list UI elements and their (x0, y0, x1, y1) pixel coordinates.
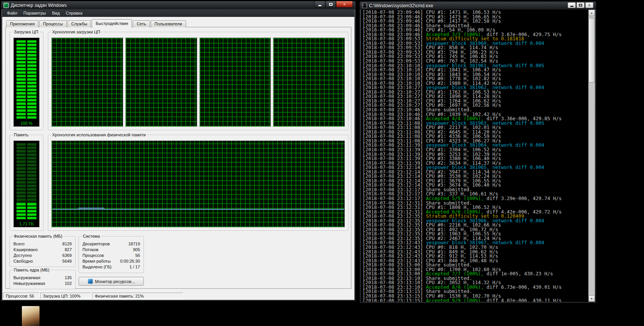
stat-row: Время работы0:00:26:30 (80, 258, 143, 264)
cpu-usage-group-label: Загрузка ЦП (13, 30, 40, 34)
tab-applications[interactable]: Приложения (6, 20, 38, 27)
resource-monitor-button[interactable]: Монитор ресурсов... (79, 277, 144, 286)
stat-label: Невыгружаемая (13, 281, 45, 286)
stat-value: 135 (65, 275, 72, 281)
close-icon: × (588, 3, 590, 7)
statusbar-cell: Физическая память: 21% (92, 293, 183, 299)
minimize-icon (318, 5, 321, 6)
memory-history-group-label: Хронология использования физической памя… (51, 132, 147, 137)
close-button[interactable]: × (336, 1, 353, 8)
statusbar-cell: Процессов: 56 (3, 293, 40, 299)
stat-value: 1 / 17 (129, 264, 140, 270)
close-icon: × (343, 2, 346, 7)
cpu-history-group-label: Хронология загрузки ЦП (51, 30, 101, 34)
stat-label: Потоков (82, 247, 99, 253)
cpu-meter-fill (16, 40, 36, 119)
tab-users[interactable]: Пользователи (151, 20, 186, 27)
memory-meter-fill (16, 203, 36, 219)
menu-item-help[interactable]: Справка (63, 10, 86, 16)
menu-item-file[interactable]: Файл (4, 10, 20, 16)
console-output[interactable]: [2018-07-08 23:09:46] CPU #1: 1471 H, 10… (361, 10, 588, 302)
stat-value: 905 (133, 247, 140, 253)
resource-monitor-icon (88, 279, 93, 284)
stat-value: 5649 (63, 258, 72, 264)
arrow-up-icon: ▲ (590, 12, 593, 14)
cpu-history-group: Хронология загрузки ЦП (48, 32, 348, 130)
minimize-icon (570, 6, 573, 7)
task-manager-window: Диспетчер задач Windows × ФайлПараметрыВ… (1, 1, 356, 301)
stat-label: Процессов (82, 253, 104, 258)
cpu-usage-meter: 100 % (13, 38, 40, 127)
cmd-caption-buttons: × (567, 2, 593, 8)
memory-usage-group-label: Память (13, 132, 30, 137)
stat-row: Процессов56 (80, 253, 143, 258)
menu-item-view[interactable]: Вид (49, 10, 63, 16)
taskbar-item-fragment[interactable] (22, 306, 40, 326)
stat-value: 18719 (128, 241, 140, 247)
stat-row: Потоков905 (80, 247, 143, 253)
console-line: [2018-07-08 23:13:15] Accepted 9/9 (100%… (362, 298, 588, 302)
taskmgr-titlebar[interactable]: Диспетчер задач Windows × (1, 1, 356, 9)
stat-label: Выгружаемая (13, 275, 40, 281)
cpu-usage-value: 100 % (14, 121, 39, 126)
tab-services[interactable]: Службы (68, 20, 91, 27)
statusbar-cell: Загрузка ЦП: 100% (40, 293, 91, 299)
cmd-maximize-button[interactable] (576, 2, 585, 8)
cpu-history-panels (51, 38, 345, 127)
kernel-memory-group: Память ядра (МБ) Выгружаемая135Невыгружа… (10, 270, 76, 289)
taskmgr-caption-buttons: × (315, 1, 353, 8)
menu-item-options[interactable]: Параметры (20, 10, 49, 16)
stat-label: Всего (13, 241, 25, 247)
arrow-down-icon: ▼ (590, 297, 593, 300)
cmd-window: C:\ C:\Windows\system32\cmd.exe × [2018-… (359, 1, 596, 303)
stat-label: Доступно (13, 253, 32, 258)
resource-monitor-label: Монитор ресурсов... (95, 279, 135, 284)
cpu-history-graph-1 (125, 38, 197, 127)
cmd-titlebar[interactable]: C:\ C:\Windows\system32\cmd.exe × (360, 2, 596, 10)
console-accepted-detail: diff 4.02e-006, 430.11 H/s (484, 298, 562, 302)
taskmgr-title: Диспетчер задач Windows (11, 3, 67, 8)
cmd-close-button[interactable]: × (585, 2, 593, 8)
system-group: Система Дескрипторов18719Потоков905Проце… (79, 236, 144, 273)
memory-usage-meter: 1,71 ГБ (13, 141, 40, 227)
console-timestamp: [2018-07-08 23:13:15] (362, 298, 426, 302)
scroll-down-button[interactable]: ▼ (588, 295, 595, 302)
task-manager-icon (3, 3, 9, 8)
console-scrollbar[interactable]: ▲ ▼ (588, 10, 595, 302)
stat-value: 827 (65, 247, 72, 253)
minimize-button[interactable] (315, 1, 325, 8)
system-group-label: Система (82, 234, 101, 238)
stat-row: Доступно6369 (11, 253, 74, 258)
memory-usage-group: Память 1,71 ГБ (10, 135, 43, 231)
tab-processes[interactable]: Процессы (39, 20, 66, 27)
maximize-icon (329, 3, 333, 6)
taskmgr-client-area: ПриложенияПроцессыСлужбыБыстродействиеСе… (2, 17, 354, 292)
memory-usage-value: 1,71 ГБ (14, 222, 39, 226)
physical-memory-group: Физическая память (МБ) Всего8129Кэширова… (10, 236, 76, 267)
console-accepted-detail: diff 1e-005, 430.23 H/s (484, 271, 553, 276)
scroll-up-button[interactable]: ▲ (588, 10, 595, 16)
stat-row: Выгружаемая135 (11, 275, 74, 281)
console-accepted-detail: diff 6.73e-006, 430.01 H/s (484, 284, 562, 290)
taskmgr-statusbar: Процессов: 56Загрузка ЦП: 100%Физическая… (2, 292, 354, 300)
stat-value: 102 (65, 281, 72, 286)
cpu-history-graph-0 (51, 38, 123, 127)
stat-label: Кэшировано (13, 247, 38, 253)
memory-meter-dim-segment (16, 143, 36, 219)
stat-row: Свободно5649 (11, 258, 74, 264)
cpu-usage-group: Загрузка ЦП 100 % (10, 32, 43, 130)
tab-network[interactable]: Сеть (133, 20, 150, 27)
memory-meter-bar (16, 143, 36, 219)
stat-value: 56 (135, 253, 140, 258)
maximize-button[interactable] (325, 1, 336, 8)
cmd-minimize-button[interactable] (568, 2, 576, 8)
stat-value: 0:00:26:30 (120, 258, 140, 264)
memory-usage-line (52, 209, 344, 210)
maximize-icon (579, 4, 582, 7)
tab-performance[interactable]: Быстродействие (92, 19, 132, 28)
cpu-meter-bar (16, 40, 36, 119)
cmd-title: C:\Windows\system32\cmd.exe (369, 3, 433, 8)
scrollbar-thumb[interactable] (588, 18, 595, 83)
taskmgr-menubar: ФайлПараметрыВидСправка (2, 9, 354, 17)
stat-value: 6369 (63, 253, 72, 258)
